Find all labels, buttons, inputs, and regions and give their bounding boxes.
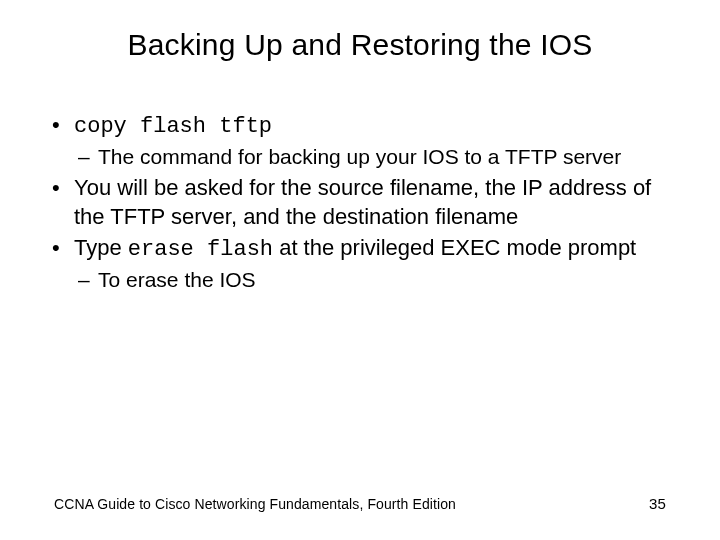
footer-book-title: CCNA Guide to Cisco Networking Fundament… bbox=[54, 496, 456, 512]
page-number: 35 bbox=[649, 495, 666, 512]
slide-content: copy flash tftp The command for backing … bbox=[0, 72, 720, 294]
bullet-copy-flash: copy flash tftp bbox=[42, 110, 678, 141]
slide-title: Backing Up and Restoring the IOS bbox=[0, 0, 720, 72]
text-exec-mode: at the privileged EXEC mode prompt bbox=[273, 235, 636, 260]
subbullet-erase-ios: To erase the IOS bbox=[74, 266, 678, 294]
bullet-prompts: You will be asked for the source filenam… bbox=[42, 173, 678, 231]
text-type: Type bbox=[74, 235, 128, 260]
bullet-erase-flash: Type erase flash at the privileged EXEC … bbox=[42, 233, 678, 264]
subbullet-backup-desc: The command for backing up your IOS to a… bbox=[74, 143, 678, 171]
code-erase-flash: erase flash bbox=[128, 237, 273, 262]
slide-footer: CCNA Guide to Cisco Networking Fundament… bbox=[54, 495, 666, 512]
code-copy-flash-tftp: copy flash tftp bbox=[74, 114, 272, 139]
